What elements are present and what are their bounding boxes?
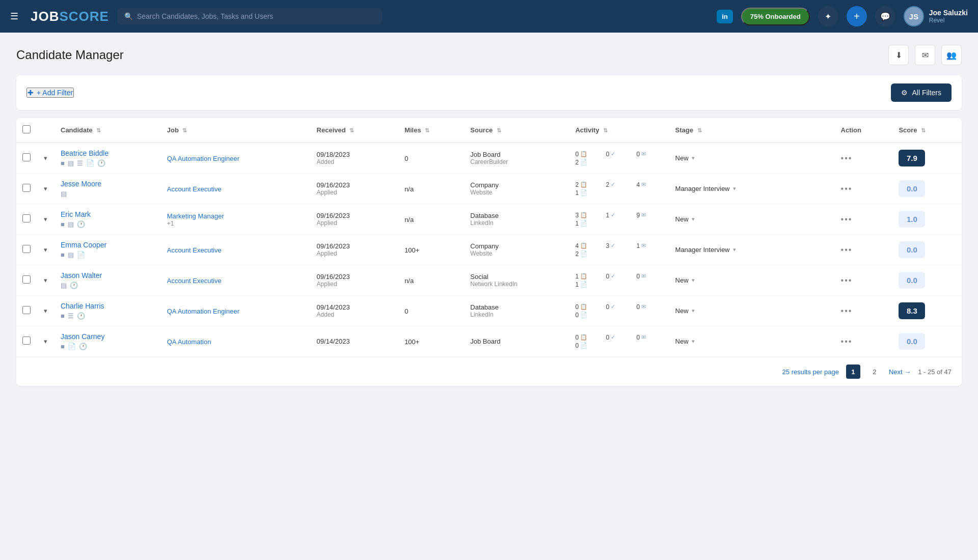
candidate-name-link[interactable]: Emma Cooper: [61, 241, 106, 249]
received-date: 09/16/2023: [317, 273, 393, 281]
source-col-header[interactable]: Source ⇅: [464, 118, 569, 143]
action-menu-button[interactable]: •••: [841, 276, 853, 285]
row-checkbox-2[interactable]: [22, 214, 31, 222]
stage-chevron-icon[interactable]: ▾: [692, 155, 695, 161]
expand-button-5[interactable]: ▾: [43, 306, 48, 316]
stage-chevron-icon[interactable]: ▾: [692, 277, 695, 284]
candidate-name-link[interactable]: Charlie Harris: [61, 302, 104, 310]
row-checkbox-1[interactable]: [22, 184, 31, 192]
stage-chevron-icon[interactable]: ▾: [733, 246, 736, 253]
row-checkbox-3[interactable]: [22, 245, 31, 253]
action-menu-button[interactable]: •••: [841, 215, 853, 223]
expand-button-4[interactable]: ▾: [43, 275, 48, 285]
next-button[interactable]: Next →: [889, 368, 911, 376]
page-1-button[interactable]: 1: [846, 365, 860, 379]
add-button[interactable]: +: [847, 6, 867, 26]
candidate-icon: ☰: [77, 159, 83, 167]
row-checkbox-5[interactable]: [22, 306, 31, 314]
stage-select[interactable]: New ▾: [675, 276, 829, 284]
activity-col-header[interactable]: Activity ⇅: [569, 118, 669, 143]
messages-button[interactable]: 💬: [875, 6, 895, 26]
table-row: ▾ Jesse Moore ▤ Account Executive 09/16/…: [16, 174, 962, 204]
download-button[interactable]: ⬇: [888, 45, 909, 65]
job-link[interactable]: Marketing Manager: [167, 212, 224, 220]
received-col-header[interactable]: Received ⇅: [311, 118, 399, 143]
logo-job: JOB: [31, 9, 59, 24]
onboard-button[interactable]: 75% Onboarded: [741, 8, 810, 25]
stage-select[interactable]: New ▾: [675, 154, 829, 162]
job-link[interactable]: Account Executive: [167, 185, 222, 193]
stage-label: New: [675, 276, 689, 284]
expand-button-3[interactable]: ▾: [43, 245, 48, 255]
expand-button-1[interactable]: ▾: [43, 184, 48, 193]
stage-select[interactable]: New ▾: [675, 215, 829, 223]
source-main: Job Board: [470, 338, 563, 345]
row-checkbox-6[interactable]: [22, 337, 31, 345]
search-icon: 🔍: [124, 12, 133, 20]
candidate-name-link[interactable]: Jason Walter: [61, 271, 102, 279]
candidate-name-link[interactable]: Eric Mark: [61, 210, 91, 218]
stage-chevron-icon[interactable]: ▾: [692, 307, 695, 314]
action-menu-button[interactable]: •••: [841, 245, 853, 254]
job-link[interactable]: QA Automation: [167, 338, 211, 346]
search-input[interactable]: [137, 12, 375, 20]
email-button[interactable]: ✉: [915, 45, 935, 65]
menu-icon[interactable]: ☰: [10, 11, 18, 22]
candidate-name-link[interactable]: Jason Carney: [61, 332, 104, 341]
expand-button-2[interactable]: ▾: [43, 214, 48, 224]
download-icon: ⬇: [895, 50, 902, 60]
stage-col-header[interactable]: Stage ⇅: [669, 118, 835, 143]
job-link[interactable]: QA Automation Engineer: [167, 307, 239, 315]
activity-grid: 1 📋 0 ✓ 0 ✉ 1 📄: [575, 273, 663, 288]
action-menu-button[interactable]: •••: [841, 154, 853, 162]
candidate-name-link[interactable]: Beatrice Biddle: [61, 149, 108, 157]
stage-select[interactable]: Manager Interview ▾: [675, 185, 829, 192]
job-link[interactable]: Account Executive: [167, 277, 222, 285]
per-page-selector[interactable]: 25 results per page: [782, 368, 839, 376]
job-link[interactable]: Account Executive: [167, 246, 222, 254]
page-header: Candidate Manager ⬇ ✉ 👥: [16, 45, 962, 65]
job-extra: +1: [167, 220, 305, 227]
linkedin-button[interactable]: in: [717, 10, 733, 23]
action-menu-button[interactable]: •••: [841, 337, 853, 346]
table-row: ▾ Eric Mark ■▤🕐 Marketing Manager +1 09/…: [16, 204, 962, 235]
candidate-name-link[interactable]: Jesse Moore: [61, 180, 101, 188]
candidate-col-header[interactable]: Candidate ⇅: [55, 118, 161, 143]
action-menu-button[interactable]: •••: [841, 306, 853, 315]
row-checkbox-4[interactable]: [22, 275, 31, 284]
all-filters-button[interactable]: ⚙ All Filters: [891, 83, 952, 102]
miles-col-header[interactable]: Miles ⇅: [398, 118, 464, 143]
stage-chevron-icon[interactable]: ▾: [733, 185, 736, 192]
activity-item: 2 📄: [575, 159, 602, 166]
score-badge: 0.0: [899, 180, 925, 197]
stage-select[interactable]: Manager Interview ▾: [675, 246, 829, 254]
select-all-checkbox[interactable]: [22, 125, 31, 133]
filter-bar: ✚ + Add Filter ⚙ All Filters: [16, 75, 962, 110]
source-main: Social: [470, 273, 563, 281]
job-sort-icon: ⇅: [182, 127, 187, 133]
stage-chevron-icon[interactable]: ▾: [692, 338, 695, 345]
action-menu-button[interactable]: •••: [841, 184, 853, 193]
stage-chevron-icon[interactable]: ▾: [692, 216, 695, 222]
select-all-header[interactable]: [16, 118, 37, 143]
user-avatar-area[interactable]: JS Joe Saluzki Revel: [904, 6, 968, 26]
job-col-header[interactable]: Job ⇅: [161, 118, 311, 143]
expand-button-0[interactable]: ▾: [43, 153, 48, 163]
expand-button-6[interactable]: ▾: [43, 337, 48, 346]
expand-col-header: [37, 118, 55, 143]
add-icon: +: [854, 11, 860, 22]
page-2-button[interactable]: 2: [867, 365, 882, 379]
group-button[interactable]: 👥: [941, 45, 962, 65]
stage-label: Manager Interview: [675, 185, 730, 192]
add-filter-button[interactable]: ✚ + Add Filter: [26, 88, 74, 98]
miles-value: n/a: [404, 185, 414, 193]
filter-sliders-icon: ⚙: [901, 89, 908, 97]
magic-wand-button[interactable]: ✦: [818, 6, 838, 26]
score-col-header[interactable]: Score ⇅: [892, 118, 962, 143]
row-checkbox-0[interactable]: [22, 153, 31, 161]
stage-select[interactable]: New ▾: [675, 307, 829, 315]
job-link[interactable]: QA Automation Engineer: [167, 155, 239, 162]
stage-select[interactable]: New ▾: [675, 338, 829, 345]
score-badge: 0.0: [899, 333, 925, 350]
activity-item: 9 ✉: [637, 212, 663, 219]
